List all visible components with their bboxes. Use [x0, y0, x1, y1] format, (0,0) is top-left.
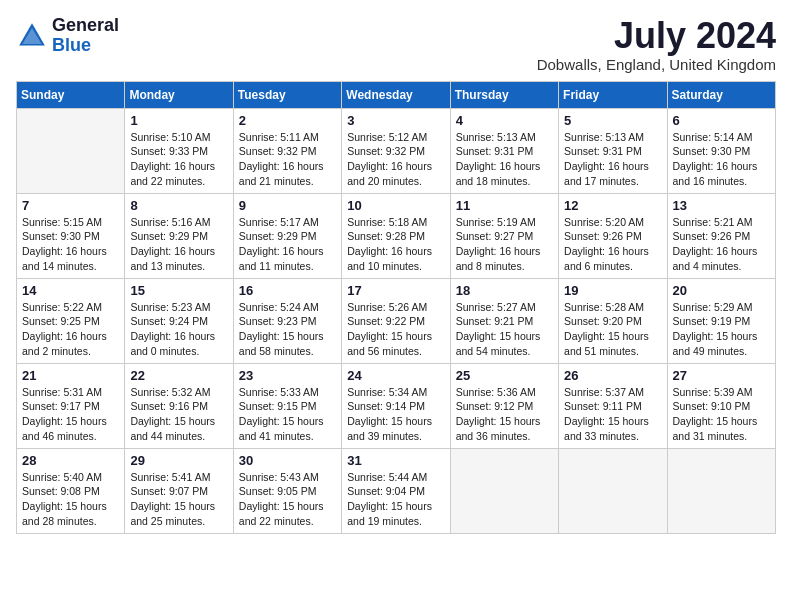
day-info: Sunrise: 5:16 AM Sunset: 9:29 PM Dayligh… [130, 215, 227, 274]
day-info: Sunrise: 5:29 AM Sunset: 9:19 PM Dayligh… [673, 300, 770, 359]
calendar-cell: 30Sunrise: 5:43 AM Sunset: 9:05 PM Dayli… [233, 448, 341, 533]
day-info: Sunrise: 5:12 AM Sunset: 9:32 PM Dayligh… [347, 130, 444, 189]
day-info: Sunrise: 5:19 AM Sunset: 9:27 PM Dayligh… [456, 215, 553, 274]
day-number: 8 [130, 198, 227, 213]
day-number: 2 [239, 113, 336, 128]
day-info: Sunrise: 5:13 AM Sunset: 9:31 PM Dayligh… [564, 130, 661, 189]
calendar-cell: 13Sunrise: 5:21 AM Sunset: 9:26 PM Dayli… [667, 193, 775, 278]
day-number: 22 [130, 368, 227, 383]
calendar-table: SundayMondayTuesdayWednesdayThursdayFrid… [16, 81, 776, 534]
calendar-cell: 15Sunrise: 5:23 AM Sunset: 9:24 PM Dayli… [125, 278, 233, 363]
day-info: Sunrise: 5:28 AM Sunset: 9:20 PM Dayligh… [564, 300, 661, 359]
day-number: 10 [347, 198, 444, 213]
logo-icon [16, 20, 48, 52]
day-number: 5 [564, 113, 661, 128]
calendar-cell: 11Sunrise: 5:19 AM Sunset: 9:27 PM Dayli… [450, 193, 558, 278]
calendar-cell [559, 448, 667, 533]
day-info: Sunrise: 5:24 AM Sunset: 9:23 PM Dayligh… [239, 300, 336, 359]
day-info: Sunrise: 5:34 AM Sunset: 9:14 PM Dayligh… [347, 385, 444, 444]
logo: General Blue [16, 16, 119, 56]
location-label: Dobwalls, England, United Kingdom [537, 56, 776, 73]
logo-general: General [52, 16, 119, 36]
day-info: Sunrise: 5:27 AM Sunset: 9:21 PM Dayligh… [456, 300, 553, 359]
day-number: 31 [347, 453, 444, 468]
week-row-2: 7Sunrise: 5:15 AM Sunset: 9:30 PM Daylig… [17, 193, 776, 278]
calendar-cell: 9Sunrise: 5:17 AM Sunset: 9:29 PM Daylig… [233, 193, 341, 278]
day-info: Sunrise: 5:44 AM Sunset: 9:04 PM Dayligh… [347, 470, 444, 529]
calendar-cell: 14Sunrise: 5:22 AM Sunset: 9:25 PM Dayli… [17, 278, 125, 363]
day-number: 21 [22, 368, 119, 383]
month-year-title: July 2024 [537, 16, 776, 56]
day-number: 9 [239, 198, 336, 213]
calendar-cell: 3Sunrise: 5:12 AM Sunset: 9:32 PM Daylig… [342, 108, 450, 193]
calendar-cell: 12Sunrise: 5:20 AM Sunset: 9:26 PM Dayli… [559, 193, 667, 278]
calendar-cell: 4Sunrise: 5:13 AM Sunset: 9:31 PM Daylig… [450, 108, 558, 193]
calendar-cell: 10Sunrise: 5:18 AM Sunset: 9:28 PM Dayli… [342, 193, 450, 278]
week-row-5: 28Sunrise: 5:40 AM Sunset: 9:08 PM Dayli… [17, 448, 776, 533]
calendar-cell: 6Sunrise: 5:14 AM Sunset: 9:30 PM Daylig… [667, 108, 775, 193]
day-info: Sunrise: 5:41 AM Sunset: 9:07 PM Dayligh… [130, 470, 227, 529]
day-number: 19 [564, 283, 661, 298]
title-block: July 2024 Dobwalls, England, United King… [537, 16, 776, 73]
weekday-header-wednesday: Wednesday [342, 81, 450, 108]
calendar-cell: 23Sunrise: 5:33 AM Sunset: 9:15 PM Dayli… [233, 363, 341, 448]
calendar-cell: 31Sunrise: 5:44 AM Sunset: 9:04 PM Dayli… [342, 448, 450, 533]
calendar-cell: 2Sunrise: 5:11 AM Sunset: 9:32 PM Daylig… [233, 108, 341, 193]
day-number: 14 [22, 283, 119, 298]
day-number: 17 [347, 283, 444, 298]
day-number: 12 [564, 198, 661, 213]
page-header: General Blue July 2024 Dobwalls, England… [16, 16, 776, 73]
day-number: 20 [673, 283, 770, 298]
day-number: 30 [239, 453, 336, 468]
day-info: Sunrise: 5:22 AM Sunset: 9:25 PM Dayligh… [22, 300, 119, 359]
day-number: 23 [239, 368, 336, 383]
day-number: 16 [239, 283, 336, 298]
day-number: 1 [130, 113, 227, 128]
day-info: Sunrise: 5:40 AM Sunset: 9:08 PM Dayligh… [22, 470, 119, 529]
weekday-header-tuesday: Tuesday [233, 81, 341, 108]
calendar-cell: 24Sunrise: 5:34 AM Sunset: 9:14 PM Dayli… [342, 363, 450, 448]
calendar-cell [667, 448, 775, 533]
day-number: 26 [564, 368, 661, 383]
day-info: Sunrise: 5:43 AM Sunset: 9:05 PM Dayligh… [239, 470, 336, 529]
calendar-cell: 27Sunrise: 5:39 AM Sunset: 9:10 PM Dayli… [667, 363, 775, 448]
logo-text: General Blue [52, 16, 119, 56]
day-info: Sunrise: 5:26 AM Sunset: 9:22 PM Dayligh… [347, 300, 444, 359]
day-number: 7 [22, 198, 119, 213]
day-info: Sunrise: 5:39 AM Sunset: 9:10 PM Dayligh… [673, 385, 770, 444]
day-number: 27 [673, 368, 770, 383]
weekday-header-row: SundayMondayTuesdayWednesdayThursdayFrid… [17, 81, 776, 108]
calendar-cell: 16Sunrise: 5:24 AM Sunset: 9:23 PM Dayli… [233, 278, 341, 363]
day-info: Sunrise: 5:17 AM Sunset: 9:29 PM Dayligh… [239, 215, 336, 274]
day-info: Sunrise: 5:32 AM Sunset: 9:16 PM Dayligh… [130, 385, 227, 444]
week-row-3: 14Sunrise: 5:22 AM Sunset: 9:25 PM Dayli… [17, 278, 776, 363]
calendar-cell: 19Sunrise: 5:28 AM Sunset: 9:20 PM Dayli… [559, 278, 667, 363]
week-row-4: 21Sunrise: 5:31 AM Sunset: 9:17 PM Dayli… [17, 363, 776, 448]
day-info: Sunrise: 5:18 AM Sunset: 9:28 PM Dayligh… [347, 215, 444, 274]
day-info: Sunrise: 5:37 AM Sunset: 9:11 PM Dayligh… [564, 385, 661, 444]
day-info: Sunrise: 5:33 AM Sunset: 9:15 PM Dayligh… [239, 385, 336, 444]
calendar-cell: 28Sunrise: 5:40 AM Sunset: 9:08 PM Dayli… [17, 448, 125, 533]
calendar-cell: 18Sunrise: 5:27 AM Sunset: 9:21 PM Dayli… [450, 278, 558, 363]
calendar-cell [17, 108, 125, 193]
calendar-cell: 1Sunrise: 5:10 AM Sunset: 9:33 PM Daylig… [125, 108, 233, 193]
week-row-1: 1Sunrise: 5:10 AM Sunset: 9:33 PM Daylig… [17, 108, 776, 193]
calendar-cell: 17Sunrise: 5:26 AM Sunset: 9:22 PM Dayli… [342, 278, 450, 363]
weekday-header-friday: Friday [559, 81, 667, 108]
weekday-header-saturday: Saturday [667, 81, 775, 108]
day-info: Sunrise: 5:20 AM Sunset: 9:26 PM Dayligh… [564, 215, 661, 274]
day-info: Sunrise: 5:11 AM Sunset: 9:32 PM Dayligh… [239, 130, 336, 189]
day-info: Sunrise: 5:13 AM Sunset: 9:31 PM Dayligh… [456, 130, 553, 189]
day-info: Sunrise: 5:36 AM Sunset: 9:12 PM Dayligh… [456, 385, 553, 444]
day-number: 29 [130, 453, 227, 468]
calendar-cell: 29Sunrise: 5:41 AM Sunset: 9:07 PM Dayli… [125, 448, 233, 533]
calendar-cell: 7Sunrise: 5:15 AM Sunset: 9:30 PM Daylig… [17, 193, 125, 278]
calendar-cell: 21Sunrise: 5:31 AM Sunset: 9:17 PM Dayli… [17, 363, 125, 448]
day-info: Sunrise: 5:21 AM Sunset: 9:26 PM Dayligh… [673, 215, 770, 274]
day-number: 6 [673, 113, 770, 128]
calendar-cell: 26Sunrise: 5:37 AM Sunset: 9:11 PM Dayli… [559, 363, 667, 448]
logo-blue: Blue [52, 36, 119, 56]
calendar-cell: 5Sunrise: 5:13 AM Sunset: 9:31 PM Daylig… [559, 108, 667, 193]
weekday-header-monday: Monday [125, 81, 233, 108]
calendar-cell: 25Sunrise: 5:36 AM Sunset: 9:12 PM Dayli… [450, 363, 558, 448]
